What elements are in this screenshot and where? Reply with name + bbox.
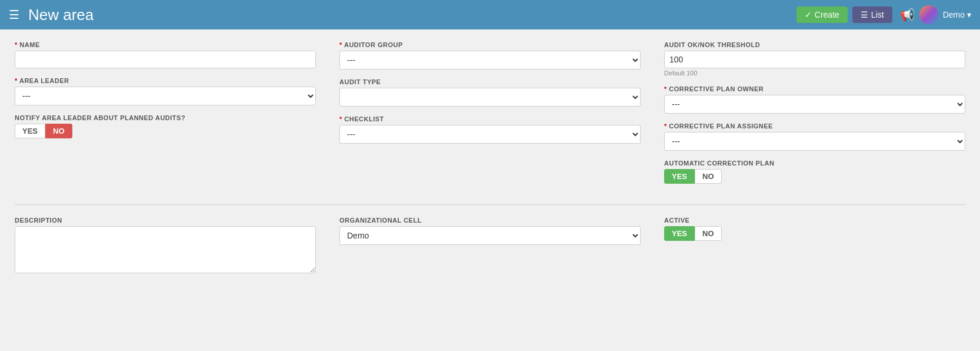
- svg-point-0: [919, 5, 938, 24]
- area-leader-label: * AREA LEADER: [15, 77, 316, 84]
- notification-icon[interactable]: 📢: [900, 8, 915, 22]
- description-label: DESCRIPTION: [15, 217, 316, 224]
- create-button[interactable]: ✓ Create: [796, 6, 848, 23]
- auto-correction-no-button[interactable]: NO: [695, 169, 722, 184]
- column-1: * NAME * AREA LEADER --- NOTIFY AREA LEA…: [15, 41, 316, 193]
- form-grid-bottom: DESCRIPTION ORGANIZATIONAL CELL Demo ACT…: [15, 217, 965, 284]
- org-cell-select[interactable]: Demo: [339, 226, 641, 245]
- dropdown-arrow: ▾: [967, 10, 971, 19]
- list-label: List: [871, 10, 884, 19]
- notify-yes-button[interactable]: YES: [15, 124, 45, 138]
- audit-type-select[interactable]: [339, 88, 641, 107]
- corrective-plan-assignee-label: * CORRECTIVE PLAN ASSIGNEE: [664, 122, 965, 130]
- auditor-group-label: * AUDITOR GROUP: [339, 41, 641, 48]
- user-label: Demo: [943, 10, 965, 19]
- corrective-plan-owner-select[interactable]: ---: [664, 95, 965, 114]
- description-field: DESCRIPTION: [15, 217, 316, 276]
- notify-toggle-group: YES NO: [15, 124, 316, 138]
- audit-threshold-input[interactable]: [664, 51, 965, 68]
- audit-threshold-hint: Default 100: [664, 69, 965, 77]
- audit-type-field: AUDIT TYPE: [339, 78, 641, 107]
- name-input[interactable]: [15, 51, 316, 68]
- auto-correction-field: AUTOMATIC CORRECTION PLAN YES NO: [664, 160, 965, 184]
- auditor-group-required: *: [339, 41, 344, 48]
- audit-threshold-field: AUDIT OK/NOK THRESHOLD Default 100: [664, 41, 965, 77]
- checklist-select[interactable]: ---: [339, 125, 641, 144]
- create-label: Create: [815, 10, 839, 19]
- notify-field: NOTIFY AREA LEADER ABOUT PLANNED AUDITS?…: [15, 114, 316, 138]
- active-toggle-group: YES NO: [664, 226, 965, 241]
- corrective-plan-assignee-field: * CORRECTIVE PLAN ASSIGNEE ---: [664, 122, 965, 151]
- auditor-group-select[interactable]: ---: [339, 51, 641, 69]
- active-field: ACTIVE YES NO: [664, 217, 965, 276]
- column-2: * AUDITOR GROUP --- AUDIT TYPE * CHECKLI…: [339, 41, 641, 193]
- header: ☰ New area ✓ Create ☰ List 📢: [0, 0, 980, 29]
- notify-no-button[interactable]: NO: [45, 124, 72, 138]
- auto-correction-label: AUTOMATIC CORRECTION PLAN: [664, 160, 965, 167]
- page-title: New area: [28, 6, 796, 24]
- area-leader-field: * AREA LEADER ---: [15, 77, 316, 105]
- auto-correction-toggle-group: YES NO: [664, 169, 965, 184]
- org-cell-field: ORGANIZATIONAL CELL Demo: [339, 217, 641, 276]
- check-icon: ✓: [805, 10, 812, 19]
- header-actions: ✓ Create ☰ List 📢 Demo ▾: [796, 5, 971, 24]
- description-textarea[interactable]: [15, 226, 316, 273]
- name-label: * NAME: [15, 41, 316, 48]
- section-divider: [15, 204, 965, 205]
- list-button[interactable]: ☰ List: [852, 6, 892, 23]
- active-label: ACTIVE: [664, 217, 965, 224]
- audit-threshold-label: AUDIT OK/NOK THRESHOLD: [664, 41, 965, 48]
- active-yes-button[interactable]: YES: [664, 226, 695, 241]
- checklist-label: * CHECKLIST: [339, 115, 641, 122]
- corrective-plan-owner-label: * CORRECTIVE PLAN OWNER: [664, 85, 965, 92]
- notify-label: NOTIFY AREA LEADER ABOUT PLANNED AUDITS?: [15, 114, 316, 121]
- area-leader-required: *: [15, 77, 19, 84]
- checklist-field: * CHECKLIST ---: [339, 115, 641, 144]
- auto-correction-yes-button[interactable]: YES: [664, 169, 695, 184]
- corrective-plan-owner-field: * CORRECTIVE PLAN OWNER ---: [664, 85, 965, 114]
- name-field: * NAME: [15, 41, 316, 68]
- user-menu[interactable]: Demo ▾: [943, 10, 971, 19]
- menu-icon[interactable]: ☰: [9, 8, 19, 22]
- form-container: * NAME * AREA LEADER --- NOTIFY AREA LEA…: [0, 29, 980, 296]
- auditor-group-field: * AUDITOR GROUP ---: [339, 41, 641, 69]
- active-no-button[interactable]: NO: [695, 226, 722, 241]
- avatar: [919, 5, 938, 24]
- audit-type-label: AUDIT TYPE: [339, 78, 641, 85]
- area-leader-select[interactable]: ---: [15, 87, 316, 105]
- list-icon: ☰: [861, 10, 868, 19]
- corrective-plan-assignee-select[interactable]: ---: [664, 132, 965, 151]
- column-3: AUDIT OK/NOK THRESHOLD Default 100 * COR…: [664, 41, 965, 193]
- form-grid-top: * NAME * AREA LEADER --- NOTIFY AREA LEA…: [15, 41, 965, 193]
- org-cell-label: ORGANIZATIONAL CELL: [339, 217, 641, 224]
